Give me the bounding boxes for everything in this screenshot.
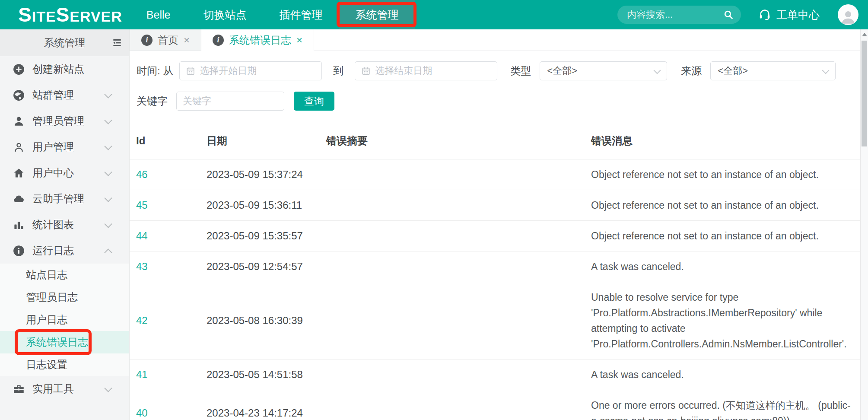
vertical-scrollbar[interactable] bbox=[860, 29, 868, 420]
error-message: Object reference not set to an instance … bbox=[591, 221, 855, 251]
sidebar-item-site-log[interactable]: 站点日志 bbox=[0, 264, 129, 286]
calendar-icon bbox=[361, 66, 371, 76]
error-message: A task was canceled. bbox=[591, 360, 855, 390]
sidebar-item-user-management[interactable]: 用户管理 bbox=[0, 134, 129, 160]
tab-system-error-log[interactable]: i 系统错误日志 × bbox=[201, 29, 314, 51]
tab-bar: i 首页 × i 系统错误日志 × bbox=[130, 29, 868, 51]
sidebar-item-user-log[interactable]: 用户日志 bbox=[0, 309, 129, 331]
sidebar-item-site-group[interactable]: 站群管理 bbox=[0, 82, 129, 108]
topnav-item-belle[interactable]: Belle bbox=[130, 0, 187, 29]
tab-label: 首页 bbox=[158, 33, 178, 47]
table-row: 45 2023-05-09 15:36:11 Object reference … bbox=[130, 190, 868, 221]
sidebar-item-admin-management[interactable]: 管理员管理 bbox=[0, 108, 129, 134]
table-row: 42 2023-05-08 16:30:39 Unable to resolve… bbox=[130, 282, 868, 360]
run-logs-submenu: 站点日志 管理员日志 用户日志 系统错误日志 日志设置 bbox=[0, 264, 129, 376]
sidebar-item-admin-log[interactable]: 管理员日志 bbox=[0, 286, 129, 309]
end-date-field[interactable] bbox=[355, 61, 497, 80]
error-summary bbox=[326, 367, 591, 382]
siteserver-logo: SITESERVER bbox=[18, 3, 122, 26]
error-message: One or more errors occurred. (不知道这样的主机。 … bbox=[591, 390, 855, 420]
user-avatar-icon bbox=[839, 8, 857, 25]
sidebar-item-utilities[interactable]: 实用工具 bbox=[0, 376, 129, 402]
error-summary bbox=[326, 313, 591, 328]
plus-circle-icon bbox=[13, 64, 25, 75]
sidebar: 系统管理 创建新站点 站群管理 管理员管理 bbox=[0, 29, 130, 420]
info-circle-icon bbox=[13, 245, 25, 257]
source-select-value: <全部> bbox=[718, 64, 748, 77]
sidebar-item-cloud-assistant[interactable]: 云助手管理 bbox=[0, 186, 129, 212]
ticket-center-button[interactable]: 工单中心 bbox=[758, 8, 820, 22]
chevron-down-icon bbox=[104, 90, 112, 98]
calendar-icon bbox=[186, 66, 195, 76]
info-circle-icon: i bbox=[213, 35, 224, 46]
error-id-link[interactable]: 41 bbox=[136, 360, 207, 390]
error-date: 2023-05-09 15:36:11 bbox=[207, 190, 326, 220]
ticket-center-label: 工单中心 bbox=[776, 8, 820, 22]
error-log-table: Id 日期 错误摘要 错误消息 46 2023-05-09 15:37:24 O… bbox=[130, 122, 868, 420]
search-icon[interactable] bbox=[723, 9, 734, 20]
sidebar-item-user-center[interactable]: 用户中心 bbox=[0, 160, 129, 186]
error-date: 2023-05-09 12:54:57 bbox=[207, 251, 326, 282]
tab-home[interactable]: i 首页 × bbox=[130, 29, 201, 51]
error-id-link[interactable]: 43 bbox=[136, 251, 207, 282]
topnav-item-system-management[interactable]: 系统管理 bbox=[339, 0, 415, 29]
sidebar-item-statistics[interactable]: 统计图表 bbox=[0, 212, 129, 238]
sidebar-item-system-error-log[interactable]: 系统错误日志 bbox=[0, 331, 129, 353]
sidebar-item-create-site[interactable]: 创建新站点 bbox=[0, 56, 129, 82]
error-summary bbox=[326, 229, 591, 243]
error-id-link[interactable]: 45 bbox=[136, 190, 207, 220]
globe-icon bbox=[13, 89, 25, 101]
error-message: Object reference not set to an instance … bbox=[591, 190, 855, 220]
chevron-down-icon bbox=[104, 142, 112, 150]
user-avatar[interactable] bbox=[838, 4, 858, 25]
table-row: 43 2023-05-09 12:54:57 A task was cancel… bbox=[130, 251, 868, 282]
time-filter-label: 时间: 从 bbox=[137, 64, 173, 78]
error-id-link[interactable]: 46 bbox=[136, 159, 207, 190]
keyword-field[interactable] bbox=[176, 92, 284, 111]
error-id-link[interactable]: 42 bbox=[136, 305, 207, 336]
sidebar-item-label: 管理员管理 bbox=[32, 114, 84, 128]
scrollbar-thumb[interactable] bbox=[862, 41, 867, 146]
scroll-up-arrow-icon[interactable] bbox=[862, 33, 867, 36]
error-message: Unable to resolve service for type 'Pro.… bbox=[591, 282, 855, 359]
filter-row-time: 时间: 从 到 类型 <全部> 来源 bbox=[137, 61, 868, 80]
submenu-item-label: 日志设置 bbox=[26, 358, 67, 372]
submenu-item-label: 系统错误日志 bbox=[26, 335, 88, 349]
source-select[interactable]: <全部> bbox=[710, 61, 836, 80]
error-id-link[interactable]: 44 bbox=[136, 221, 207, 251]
start-date-input[interactable] bbox=[200, 65, 315, 76]
topnav-item-switch-site[interactable]: 切换站点 bbox=[187, 0, 263, 29]
type-select[interactable]: <全部> bbox=[540, 61, 667, 80]
topnav-item-plugin-management[interactable]: 插件管理 bbox=[263, 0, 339, 29]
sidebar-item-log-settings[interactable]: 日志设置 bbox=[0, 353, 129, 376]
tab-label: 系统错误日志 bbox=[229, 33, 291, 47]
close-icon[interactable]: × bbox=[184, 35, 190, 45]
type-select-value: <全部> bbox=[547, 64, 577, 77]
top-navigation: Belle 切换站点 插件管理 系统管理 bbox=[130, 0, 415, 29]
filter-row-keyword: 关键字 查询 bbox=[137, 92, 868, 111]
start-date-field[interactable] bbox=[179, 61, 322, 80]
submenu-item-label: 站点日志 bbox=[26, 268, 67, 282]
info-circle-icon: i bbox=[141, 35, 153, 46]
keyword-input[interactable] bbox=[183, 95, 278, 107]
sidebar-menu: 创建新站点 站群管理 管理员管理 用户管理 bbox=[0, 56, 129, 402]
collapse-menu-icon[interactable] bbox=[109, 35, 125, 51]
search-button[interactable]: 查询 bbox=[294, 92, 334, 111]
error-summary bbox=[326, 406, 591, 420]
error-date: 2023-05-08 16:30:39 bbox=[207, 305, 326, 336]
column-header-date: 日期 bbox=[207, 122, 326, 159]
sidebar-header: 系统管理 bbox=[0, 29, 129, 56]
sidebar-item-label: 用户中心 bbox=[32, 166, 74, 180]
topnav-label: 插件管理 bbox=[279, 9, 322, 21]
search-input[interactable] bbox=[627, 9, 723, 20]
chevron-down-icon bbox=[654, 67, 661, 74]
end-date-input[interactable] bbox=[375, 65, 491, 76]
error-date: 2023-05-09 15:37:24 bbox=[207, 159, 326, 190]
error-id-link[interactable]: 40 bbox=[136, 398, 207, 420]
filter-panel: 时间: 从 到 类型 <全部> 来源 bbox=[130, 51, 868, 111]
chevron-down-icon bbox=[104, 194, 112, 202]
sidebar-item-label: 用户管理 bbox=[32, 140, 74, 154]
close-icon[interactable]: × bbox=[296, 35, 302, 45]
bar-chart-icon bbox=[13, 219, 25, 231]
sidebar-item-run-logs[interactable]: 运行日志 bbox=[0, 238, 129, 264]
